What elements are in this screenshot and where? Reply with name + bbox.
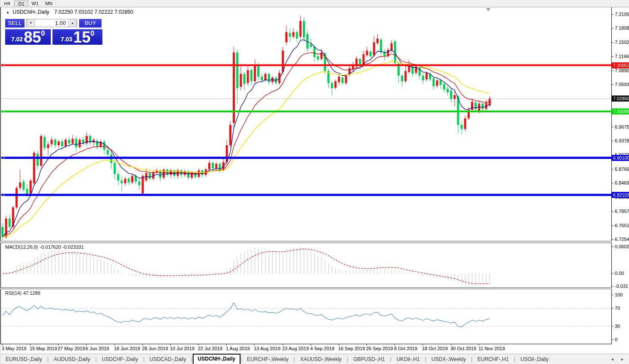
date-tick: [2, 344, 3, 345]
chart-tab-audusd-daily[interactable]: AUDUSD-,Daily: [49, 355, 96, 364]
price-tick: 6.93780: [615, 138, 629, 143]
chart-tab-usoil-daily[interactable]: USOil-,Daily: [515, 355, 554, 364]
date-label: 18 Jun 2019: [114, 346, 140, 351]
macd-canvas: [1, 243, 612, 287]
date-tick: [451, 344, 451, 345]
date-tick: [422, 344, 423, 345]
macd-panel[interactable]: MACD(12,26,9)-0.017620 -0.023331: [0, 243, 612, 288]
date-label: 18 Oct 2019: [422, 346, 448, 351]
date-label: 10 Jul 2019: [170, 346, 194, 351]
chart-tab-eurchf-h1[interactable]: EURCHF-,H1: [472, 355, 514, 364]
line-price-label: 7.10051: [612, 62, 629, 68]
buy-price-prefix: 7.03: [61, 36, 72, 43]
volume-decrease-button[interactable]: ▾: [27, 19, 35, 27]
date-label: 1 Aug 2019: [226, 346, 250, 351]
macd-tick-tick: [612, 273, 614, 274]
timeframe-button-h4[interactable]: H4: [0, 0, 14, 7]
volume-stepper: ▾ ▴: [26, 19, 77, 27]
date-tick: [479, 344, 479, 345]
chart-header: ▲ USDCNH-,Daily 7.02250 7.03102 7.02222 …: [6, 9, 133, 15]
line-price-label: 6.90100: [612, 155, 629, 161]
date-tick: [226, 344, 227, 345]
date-tick: [198, 344, 199, 345]
date-label: 27 May 2019: [58, 346, 85, 351]
buy-price-quote[interactable]: 7.03 15 0: [52, 29, 102, 45]
date-label: 28 Jun 2019: [142, 346, 168, 351]
rsi-tick: 30: [615, 324, 620, 329]
date-tick: [395, 344, 395, 345]
price-tick: 7.11960: [615, 54, 629, 59]
timeframe-button-w1[interactable]: W1: [28, 0, 42, 7]
date-tick: [283, 344, 283, 345]
rsi-tick-tick: [612, 308, 614, 308]
chart-tab-usdcnh-daily[interactable]: USDCNH-,Daily: [193, 354, 240, 364]
price-tick: 6.72540: [615, 237, 629, 242]
line-price-label: 6.82103: [612, 192, 629, 198]
chart-tab-usdchf-daily[interactable]: USDCHF-,Daily: [97, 355, 143, 364]
price-tick-tick: [612, 28, 614, 28]
macd-tick-tick: [612, 247, 614, 247]
chart-tab-ukoil-h1[interactable]: UKOil-,H1: [392, 355, 425, 364]
date-label: 6 Jun 2019: [86, 346, 109, 351]
collapse-icon[interactable]: ▲: [6, 10, 9, 14]
time-axis[interactable]: 3 May 201915 May 201927 May 20196 Jun 20…: [0, 344, 612, 354]
macd-tick: 0.00: [615, 271, 624, 276]
timeframe-button-mn[interactable]: MN: [42, 0, 56, 7]
timeframe-toolbar: H4D1W1MN: [0, 0, 629, 7]
line-price-label: 7.00089: [612, 108, 629, 114]
chart-tab-usdx-weekly[interactable]: USDX-,Weekly: [426, 355, 471, 364]
price-tick-tick: [612, 14, 614, 15]
sell-price-quote[interactable]: 7.02 85 0: [5, 29, 51, 45]
rsi-tick: 100: [615, 292, 623, 297]
sell-button[interactable]: SELL: [5, 19, 25, 28]
ohlc-values: 7.02250 7.03102 7.02222 7.02850: [54, 9, 133, 15]
timeframe-button-d1[interactable]: D1: [14, 0, 28, 7]
price-axis[interactable]: 7.210507.180807.150207.119607.089007.059…: [612, 0, 629, 364]
date-label: 30 Oct 2019: [450, 346, 476, 351]
price-tick: 7.08900: [615, 68, 629, 73]
price-tick: 7.15020: [615, 40, 629, 45]
price-tick-tick: [612, 71, 614, 71]
macd-tick-tick: [612, 286, 614, 287]
price-tick: 6.75510: [615, 223, 629, 228]
chart-tab-gbpusd-h1[interactable]: GBPUSD-,H1: [348, 355, 390, 364]
rsi-label: RSI(14)47.1289: [5, 290, 42, 296]
sell-price-main: 85: [24, 31, 41, 44]
price-tick-tick: [612, 183, 614, 183]
volume-input[interactable]: [35, 19, 68, 27]
rsi-panel[interactable]: RSI(14)47.1289: [0, 289, 612, 344]
date-tick: [339, 344, 339, 345]
rsi-tick-tick: [612, 339, 614, 340]
date-tick: [311, 344, 311, 345]
date-tick: [142, 344, 143, 345]
chart-tab-usdcad-daily[interactable]: USDCAD-,Daily: [145, 355, 191, 364]
price-panel[interactable]: ▲ USDCNH-,Daily 7.02250 7.03102 7.02222 …: [0, 7, 612, 241]
date-label: 13 Aug 2019: [254, 346, 281, 351]
rsi-canvas: [1, 289, 612, 344]
macd-label: MACD(12,26,9)-0.017620 -0.023331: [5, 244, 86, 250]
chart-tabs-bar: EURUSD-,Daily|AUDUSD-,Daily|USDCHF-,Dail…: [0, 354, 629, 364]
price-tick: 6.87660: [615, 167, 629, 172]
date-tick: [170, 344, 171, 345]
rsi-tick-tick: [612, 295, 614, 295]
symbol-label: USDCNH-,Daily: [12, 9, 49, 15]
tab-scroll-arrows[interactable]: ◄ ►: [610, 357, 627, 361]
current-price-label: 7.02850: [612, 96, 629, 102]
date-label: 16 Sep 2019: [338, 346, 365, 351]
price-tick: 6.84690: [615, 180, 629, 185]
chart-tab-eurchf-weekly[interactable]: EURCHF-,Weekly: [242, 355, 293, 364]
price-tick-tick: [612, 211, 614, 212]
macd-tick: 0.060273: [615, 244, 629, 249]
buy-button[interactable]: BUY: [79, 19, 102, 28]
date-label: 8 Oct 2019: [394, 346, 417, 351]
date-label: 3 May 2019: [2, 346, 26, 351]
chart-tab-eurusd-daily[interactable]: EURUSD-,Daily: [0, 355, 47, 364]
sell-price-prefix: 7.02: [11, 36, 23, 43]
volume-increase-button[interactable]: ▴: [68, 19, 77, 27]
price-tick: 7.05930: [615, 82, 629, 87]
date-tick: [254, 344, 255, 345]
date-label: 22 Jul 2019: [198, 346, 222, 351]
rsi-tick: 0: [615, 337, 617, 342]
chart-tab-xauusd-weekly[interactable]: XAUUSD-,Weekly: [295, 355, 347, 364]
price-tick-tick: [612, 127, 614, 127]
